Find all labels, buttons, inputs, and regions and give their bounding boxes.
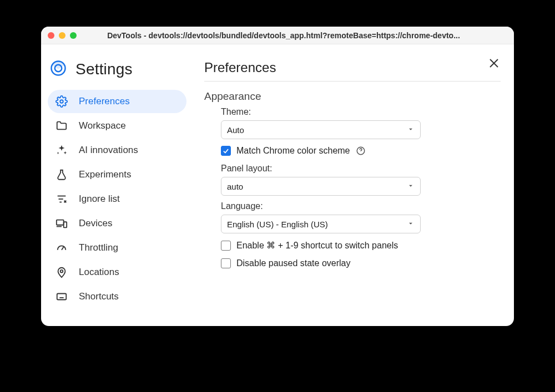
close-button[interactable] <box>487 57 501 70</box>
language-label: Language: <box>221 201 501 211</box>
help-icon[interactable] <box>356 146 366 156</box>
svg-rect-13 <box>57 294 67 300</box>
disable-paused-label: Disable paused state overlay <box>236 258 350 268</box>
language-value: English (US) - English (US) <box>227 220 328 229</box>
panel-layout-select[interactable]: auto <box>221 177 421 196</box>
chevron-down-icon <box>407 182 415 191</box>
divider <box>204 81 501 82</box>
flask-icon <box>56 169 68 181</box>
folder-icon <box>56 120 68 132</box>
panel-layout-label: Panel layout: <box>221 164 501 174</box>
svg-point-12 <box>60 270 63 273</box>
sidebar-item-ai-innovations[interactable]: AI innovations <box>48 139 186 162</box>
keyboard-icon <box>56 291 68 303</box>
gauge-icon <box>56 242 68 254</box>
gear-icon <box>56 95 68 108</box>
sidebar-item-label: Locations <box>79 267 119 278</box>
brand: Settings <box>48 60 191 79</box>
sidebar-item-preferences[interactable]: Preferences <box>48 90 186 113</box>
page-title: Preferences <box>204 60 501 75</box>
theme-value: Auto <box>227 125 244 135</box>
main: Preferences Appearance Theme: Auto Match… <box>191 44 514 326</box>
match-scheme-checkbox[interactable] <box>221 146 231 156</box>
match-scheme-label: Match Chrome color scheme <box>236 146 350 156</box>
sidebar-item-label: AI innovations <box>79 145 138 156</box>
sidebar-item-devices[interactable]: Devices <box>48 212 186 235</box>
brand-title: Settings <box>75 60 133 78</box>
sidebar-item-workspace[interactable]: Workspace <box>48 114 186 138</box>
close-window-button[interactable] <box>48 32 54 39</box>
svg-rect-8 <box>57 220 64 225</box>
chevron-down-icon <box>407 125 415 135</box>
pin-icon <box>56 266 68 278</box>
window-title: DevTools - devtools://devtools/bundled/d… <box>60 31 507 40</box>
sidebar-item-label: Experiments <box>79 169 131 180</box>
theme-label: Theme: <box>221 107 501 117</box>
nav: Preferences Workspace AI innovations <box>48 90 191 308</box>
sidebar-item-shortcuts[interactable]: Shortcuts <box>48 285 186 308</box>
sidebar-item-label: Workspace <box>79 120 126 131</box>
sidebar-item-label: Ignore list <box>79 194 120 205</box>
svg-point-2 <box>60 100 63 103</box>
sidebar-item-experiments[interactable]: Experiments <box>48 163 186 186</box>
sidebar-item-label: Devices <box>79 218 112 229</box>
sidebar-item-ignore-list[interactable]: Ignore list <box>48 187 186 211</box>
titlebar: DevTools - devtools://devtools/bundled/d… <box>41 27 514 44</box>
svg-line-11 <box>62 247 64 250</box>
window: DevTools - devtools://devtools/bundled/d… <box>41 27 514 326</box>
sidebar-item-locations[interactable]: Locations <box>48 261 186 284</box>
filter-x-icon <box>56 193 68 205</box>
sidebar-item-label: Throttling <box>79 242 118 253</box>
panel-layout-value: auto <box>227 182 243 191</box>
sidebar: Settings Preferences Workspace <box>41 44 191 326</box>
disable-paused-checkbox[interactable] <box>221 258 231 268</box>
section-title: Appearance <box>204 90 501 103</box>
language-select[interactable]: English (US) - English (US) <box>221 215 421 233</box>
sidebar-item-throttling[interactable]: Throttling <box>48 236 186 259</box>
chevron-down-icon <box>407 220 415 229</box>
sidebar-item-label: Preferences <box>79 96 130 107</box>
svg-rect-10 <box>64 222 67 227</box>
theme-select[interactable]: Auto <box>221 120 421 139</box>
shortcut-switch-checkbox[interactable] <box>221 241 231 251</box>
app-icon <box>50 60 67 79</box>
devices-icon <box>56 217 68 230</box>
sidebar-item-label: Shortcuts <box>79 291 119 302</box>
shortcut-switch-label: Enable ⌘ + 1-9 shortcut to switch panels <box>236 240 398 251</box>
sparkle-icon <box>56 144 68 156</box>
